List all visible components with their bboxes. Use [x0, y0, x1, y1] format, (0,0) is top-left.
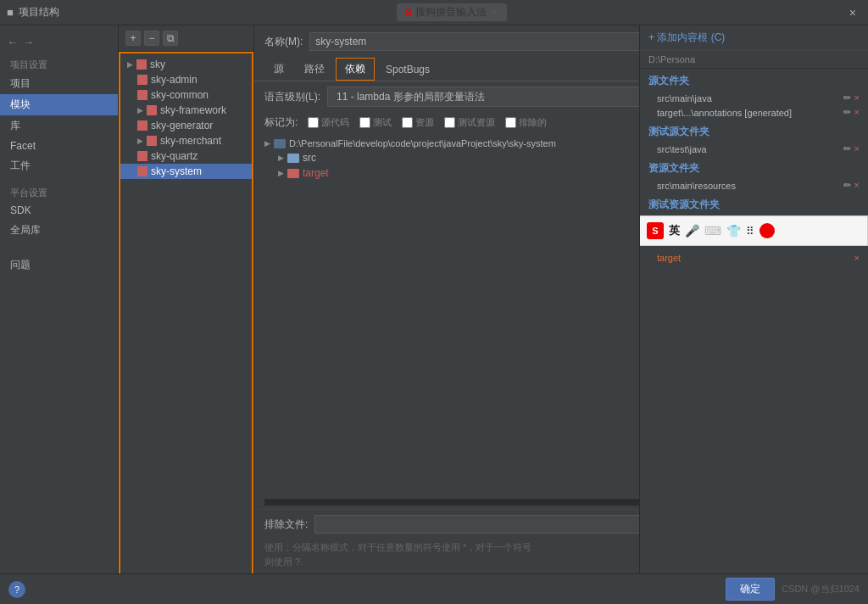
forward-button[interactable]: →	[23, 36, 34, 48]
file-name-main-java: src\main\java	[657, 93, 712, 103]
bottom-bar: ? 确定 CSDN @当归1024	[0, 573, 868, 604]
add-content-button[interactable]: + 添加内容根 (C)	[648, 31, 725, 45]
titlebar: ■ 项目结构 S 搜狗拼音输入法 ▼ ×	[0, 0, 868, 25]
tree-toolbar: + − ⧉	[119, 25, 253, 52]
edit-annotations-button[interactable]: ✏	[843, 107, 851, 118]
tree-item-sky-system[interactable]: sky-system	[120, 164, 252, 179]
mark-source: 源代码	[308, 116, 349, 129]
right-panel: + 添加内容根 (C) D:\Persona S 英 🎤 ⌨ 👕 ⠿ 源文件夹 …	[639, 25, 868, 573]
right-panel-top: + 添加内容根 (C)	[640, 25, 868, 51]
file-actions-main-resources: ✏ ×	[843, 180, 860, 191]
ime-menu-icon[interactable]: ▼	[490, 8, 498, 17]
sidebar-item-library[interactable]: 库	[0, 115, 118, 137]
file-entry-test-java: src\test\java ✏ ×	[640, 142, 868, 156]
ime-red-circle-icon[interactable]	[760, 223, 775, 238]
module-icon	[137, 75, 147, 85]
tab-spotbugs[interactable]: SpotBugs	[376, 59, 439, 80]
watermark: CSDN @当归1024	[782, 583, 860, 596]
module-icon	[137, 90, 147, 100]
source-folders-header: 源文件夹	[640, 69, 868, 91]
ime-grid-icon[interactable]: ⠿	[746, 225, 754, 238]
copy-module-button[interactable]: ⧉	[163, 31, 178, 46]
dir-folder-icon	[274, 139, 286, 148]
tree-item-sky-quartz[interactable]: sky-quartz	[120, 148, 252, 164]
file-name-target: target	[657, 253, 681, 263]
name-label: 名称(M):	[264, 35, 303, 49]
dir-target-icon	[287, 169, 299, 178]
ime-text-en[interactable]: 英	[669, 223, 680, 238]
module-tree: ▶ sky sky-admin sky-common ▶ sky-framewo…	[119, 52, 253, 604]
sidebar: ← → 项目设置 项目 模块 库 Facet 工件 平台设置 SDK 全局库 问…	[0, 25, 119, 604]
remove-test-java-button[interactable]: ×	[854, 143, 860, 154]
edit-test-java-button[interactable]: ✏	[843, 143, 851, 154]
close-button[interactable]: ×	[844, 3, 861, 23]
edit-main-resources-button[interactable]: ✏	[843, 180, 851, 191]
file-entry-annotations: target\...\annotations [generated] ✏ ×	[640, 105, 868, 120]
file-name-annotations: target\...\annotations [generated]	[657, 108, 792, 118]
file-actions-annotations: ✏ ×	[843, 107, 860, 118]
tree-arrow: ▶	[137, 137, 143, 145]
ime-bar: S 英 🎤 ⌨ 👕 ⠿	[639, 215, 868, 246]
resource-header: 资源文件夹	[640, 156, 868, 178]
project-settings-label: 项目设置	[0, 55, 118, 73]
ime-mic-icon[interactable]: 🎤	[685, 224, 699, 238]
titlebar-left: ■ 项目结构	[7, 5, 59, 20]
exclude-label: 排除文件:	[264, 517, 308, 532]
mark-source-checkbox[interactable]	[308, 117, 319, 128]
sidebar-item-artifact[interactable]: 工件	[0, 155, 118, 176]
sidebar-item-facet[interactable]: Facet	[0, 137, 118, 155]
sidebar-item-problem[interactable]: 问题	[0, 254, 118, 276]
tab-path[interactable]: 路径	[295, 58, 334, 81]
mark-test-resource-checkbox[interactable]	[444, 117, 455, 128]
module-icon	[147, 105, 157, 115]
tree-item-sky-generator[interactable]: sky-generator	[120, 118, 252, 133]
ime-logo-small: S	[405, 7, 412, 19]
remove-target-button[interactable]: ×	[854, 253, 860, 263]
remove-main-java-button[interactable]: ×	[854, 92, 860, 103]
bottom-left: ?	[8, 581, 25, 598]
lang-label: 语言级别(L):	[264, 90, 320, 104]
file-name-test-java: src\test\java	[657, 144, 707, 154]
module-icon	[136, 59, 147, 70]
file-entry-main-java: src\main\java ✏ ×	[640, 91, 868, 105]
mark-exclude-checkbox[interactable]	[505, 117, 516, 128]
sidebar-item-global-library[interactable]: 全局库	[0, 220, 118, 241]
remove-module-button[interactable]: −	[144, 31, 159, 46]
tab-source[interactable]: 源	[264, 58, 293, 81]
tree-item-sky-merchant[interactable]: ▶ sky-merchant	[120, 133, 252, 148]
add-module-button[interactable]: +	[125, 31, 141, 46]
ime-logo: S	[647, 222, 664, 239]
confirm-button[interactable]: 确定	[726, 578, 775, 601]
tree-item-sky-common[interactable]: sky-common	[120, 87, 252, 103]
module-icon	[137, 166, 147, 176]
tab-dependency[interactable]: 依赖	[336, 58, 375, 81]
mark-test-resource: 测试资源	[444, 116, 495, 129]
sidebar-item-project[interactable]: 项目	[0, 73, 118, 94]
file-actions-main-java: ✏ ×	[843, 92, 860, 103]
dir-arrow: ▶	[264, 139, 270, 148]
mark-resource-checkbox[interactable]	[402, 117, 413, 128]
file-name-main-resources: src\main\resources	[657, 181, 736, 191]
titlebar-right: ×	[844, 3, 861, 23]
mark-test-checkbox[interactable]	[359, 117, 370, 128]
mark-label: 标记为:	[264, 115, 298, 130]
edit-main-java-button[interactable]: ✏	[843, 92, 851, 103]
tree-item-sky-framework[interactable]: ▶ sky-framework	[120, 103, 252, 118]
remove-annotations-button[interactable]: ×	[854, 107, 860, 118]
test-source-header: 测试源文件夹	[640, 120, 868, 142]
module-icon	[147, 136, 157, 146]
tree-arrow: ▶	[127, 60, 133, 69]
app-icon: ■	[7, 6, 14, 19]
dir-src-arrow: ▶	[278, 154, 284, 162]
sidebar-item-module[interactable]: 模块	[0, 94, 118, 115]
ime-title: 搜狗拼音输入法	[415, 5, 487, 20]
info-button[interactable]: ?	[8, 581, 25, 598]
tree-item-sky-admin[interactable]: sky-admin	[120, 72, 252, 87]
remove-main-resources-button[interactable]: ×	[854, 180, 860, 191]
tree-item-sky[interactable]: ▶ sky	[120, 57, 252, 72]
ime-keyboard-icon[interactable]: ⌨	[704, 224, 721, 238]
ime-shirt-icon[interactable]: 👕	[726, 224, 741, 238]
sidebar-item-sdk[interactable]: SDK	[0, 201, 118, 220]
dir-src-icon	[287, 154, 299, 163]
back-button[interactable]: ←	[7, 36, 18, 48]
